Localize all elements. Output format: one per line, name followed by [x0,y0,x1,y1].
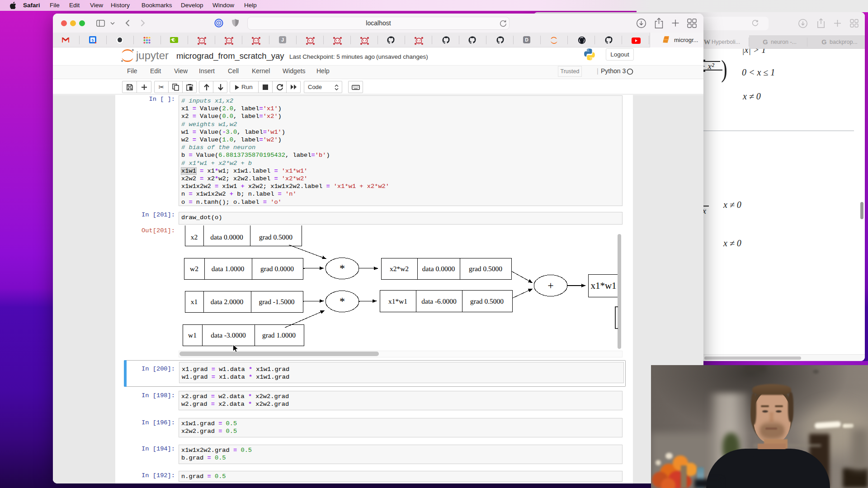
svg-text:5: 5 [91,38,94,42]
svg-text:grad 0.5000: grad 0.5000 [259,234,292,241]
svg-text:*: * [340,263,345,275]
svg-text:grad 0.0000: grad 0.0000 [260,265,294,273]
svg-text:data -3.0000: data -3.0000 [211,332,246,339]
svg-text:grad -1.5000: grad -1.5000 [259,298,294,306]
svg-text:*: * [340,296,345,308]
svg-text:data -6.0000: data -6.0000 [421,298,457,305]
svg-text:data 1.0000: data 1.0000 [212,265,245,273]
svg-text:data 2.0000: data 2.0000 [211,298,244,306]
svg-text:x2*w2: x2*w2 [390,265,409,273]
svg-text:D: D [525,37,528,42]
svg-text:w2: w2 [190,265,198,273]
svg-text:grad 0.5000: grad 0.5000 [470,298,504,305]
svg-text:w1: w1 [188,332,197,339]
svg-text:x1*w1: x1*w1 [590,280,616,291]
svg-text:grad 1.0000: grad 1.0000 [262,332,296,339]
svg-text:x1: x1 [191,298,198,306]
svg-text:data 0.0000: data 0.0000 [422,265,455,273]
svg-text:data 0.0000: data 0.0000 [210,234,243,241]
svg-text:J: J [281,37,284,42]
svg-text:x1*w1: x1*w1 [388,298,407,305]
svg-text:W: W [704,38,711,46]
svg-text:G: G [821,38,826,46]
svg-text:grad 0.5000: grad 0.5000 [469,265,502,273]
svg-text:G: G [763,38,768,46]
svg-text:+: + [547,280,554,292]
svg-text:x2: x2 [191,234,198,241]
